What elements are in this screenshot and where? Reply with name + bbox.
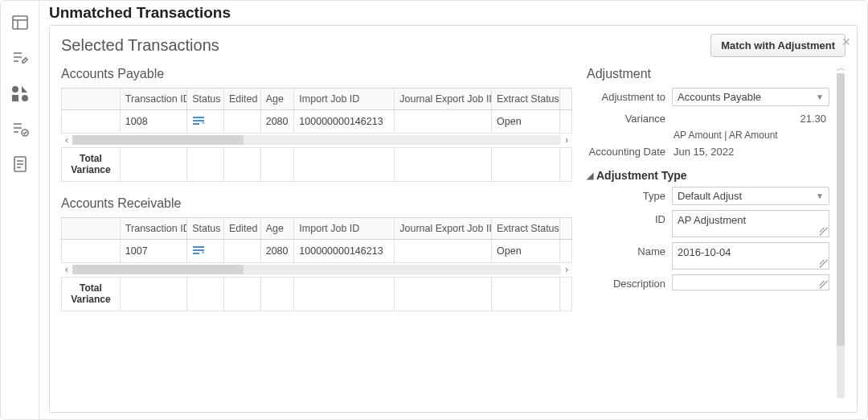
svg-rect-0 [13, 16, 27, 29]
chevron-left-icon[interactable]: ‹ [61, 264, 72, 275]
col-blank [62, 89, 121, 110]
cell-age: 2080 [260, 110, 294, 134]
chevron-right-icon[interactable]: › [561, 134, 572, 146]
svg-marker-7 [22, 86, 27, 93]
col-age[interactable]: Age [260, 89, 294, 110]
svg-rect-24 [193, 253, 199, 254]
total-variance-label: Total Variance [67, 153, 115, 176]
ar-footer-table: Total Variance [61, 277, 572, 311]
chevron-down-icon: ▼ [816, 93, 824, 101]
id-input[interactable]: AP Adjustment [672, 210, 829, 237]
match-with-adjustment-button[interactable]: Match with Adjustment [710, 34, 845, 57]
status-icon: * [187, 110, 224, 134]
nav-icon-shapes[interactable] [10, 83, 31, 104]
col-age[interactable]: Age [260, 217, 294, 239]
cell-age: 2080 [260, 239, 294, 262]
col-edited[interactable]: Edited [223, 217, 260, 239]
col-transaction-id[interactable]: Transaction ID [120, 217, 186, 239]
svg-point-9 [22, 95, 28, 101]
nav-icon-document[interactable] [10, 154, 31, 175]
ar-horizontal-scrollbar[interactable]: ‹ › [61, 262, 572, 277]
total-variance-label: Total Variance [67, 282, 115, 306]
icon-sidebar [1, 1, 39, 419]
adjustment-type-header[interactable]: ◢ Adjustment Type [587, 169, 829, 182]
ar-table: Transaction ID Status Edited Age Import … [61, 217, 572, 263]
chevron-right-icon[interactable]: › [561, 264, 572, 275]
adjustment-type-title: Adjustment Type [596, 169, 687, 182]
nav-icon-dashboard[interactable] [10, 12, 31, 33]
table-header-row: Transaction ID Status Edited Age Import … [62, 89, 572, 110]
chevron-down-icon: ▼ [816, 191, 824, 200]
collapse-icon: ◢ [587, 171, 593, 181]
svg-text:*: * [202, 249, 205, 257]
variance-label: Variance [587, 113, 665, 125]
variance-note: AP Amount | AR Amount [674, 130, 829, 141]
type-label: Type [587, 190, 665, 202]
table-row[interactable]: 1008 * 2080 100000000146213 [62, 110, 572, 134]
name-label: Name [587, 242, 665, 257]
cell-extract-status: Open [492, 239, 560, 262]
col-journal-export-job-id[interactable]: Journal Export Job ID [395, 217, 492, 239]
transactions-column: Accounts Payable Transaction ID Status E… [50, 62, 583, 412]
svg-rect-22 [193, 246, 204, 248]
cell-transaction-id: 1008 [120, 110, 186, 134]
ap-section-title: Accounts Payable [61, 67, 572, 81]
svg-rect-18 [193, 117, 204, 118]
col-edited[interactable]: Edited [223, 89, 260, 110]
svg-rect-8 [12, 95, 18, 101]
ap-footer-table: Total Variance [61, 147, 572, 182]
cell-extract-status: Open [492, 110, 560, 134]
col-extract-status[interactable]: Extract Status [492, 89, 560, 110]
adjustment-to-select[interactable]: Accounts Payable ▼ [672, 88, 829, 106]
page-title: Unmatched Transactions [39, 1, 867, 23]
col-extract-status[interactable]: Extract Status [492, 217, 560, 239]
description-input[interactable] [672, 274, 829, 290]
adjustment-vertical-scrollbar[interactable]: ︿ [836, 62, 845, 398]
type-value: Default Adjust [678, 190, 742, 202]
chevron-left-icon[interactable]: ‹ [61, 134, 72, 146]
cell-import-job: 100000000146213 [294, 239, 395, 262]
col-status[interactable]: Status [187, 217, 224, 239]
col-transaction-id[interactable]: Transaction ID [120, 89, 186, 110]
ap-horizontal-scrollbar[interactable]: ‹ › [61, 133, 572, 147]
nav-icon-check-list[interactable] [10, 118, 31, 139]
type-select[interactable]: Default Adjust ▼ [672, 187, 829, 205]
adjustment-to-label: Adjustment to [587, 91, 665, 103]
ar-section-title: Accounts Receivable [61, 196, 572, 211]
ap-table: Transaction ID Status Edited Age Import … [61, 88, 572, 134]
accounting-date-value: Jun 15, 2022 [672, 146, 829, 158]
svg-text:*: * [202, 120, 205, 128]
col-more [560, 89, 572, 110]
cell-transaction-id: 1007 [120, 239, 186, 262]
svg-rect-20 [193, 123, 199, 125]
chevron-up-icon[interactable]: ︿ [837, 62, 845, 73]
col-import-job-id[interactable]: Import Job ID [294, 89, 395, 110]
adjustment-to-value: Accounts Payable [678, 91, 761, 103]
col-import-job-id[interactable]: Import Job ID [294, 217, 395, 239]
id-label: ID [587, 210, 665, 225]
nav-icon-edit-list[interactable] [10, 47, 31, 68]
ar-total-row: Total Variance [62, 277, 572, 311]
panel: × Selected Transactions Match with Adjus… [49, 25, 858, 413]
adjustment-column: Adjustment Adjustment to Accounts Payabl… [583, 62, 857, 412]
variance-value: 21.30 [672, 111, 829, 126]
table-header-row: Transaction ID Status Edited Age Import … [62, 217, 572, 239]
description-label: Description [587, 274, 665, 290]
close-icon[interactable]: × [837, 34, 855, 51]
adjustment-title: Adjustment [587, 67, 829, 81]
accounting-date-label: Accounting Date [587, 146, 665, 158]
table-row[interactable]: 1007 * 2080 100000000146213 [62, 239, 572, 262]
cell-import-job: 100000000146213 [294, 110, 395, 134]
svg-point-6 [12, 86, 18, 93]
col-status[interactable]: Status [187, 89, 224, 110]
panel-title: Selected Transactions [61, 36, 219, 55]
name-input[interactable]: 2016-10-04 [672, 242, 829, 270]
ap-total-row: Total Variance [62, 148, 572, 182]
col-journal-export-job-id[interactable]: Journal Export Job ID [395, 89, 492, 110]
status-icon: * [187, 239, 224, 262]
